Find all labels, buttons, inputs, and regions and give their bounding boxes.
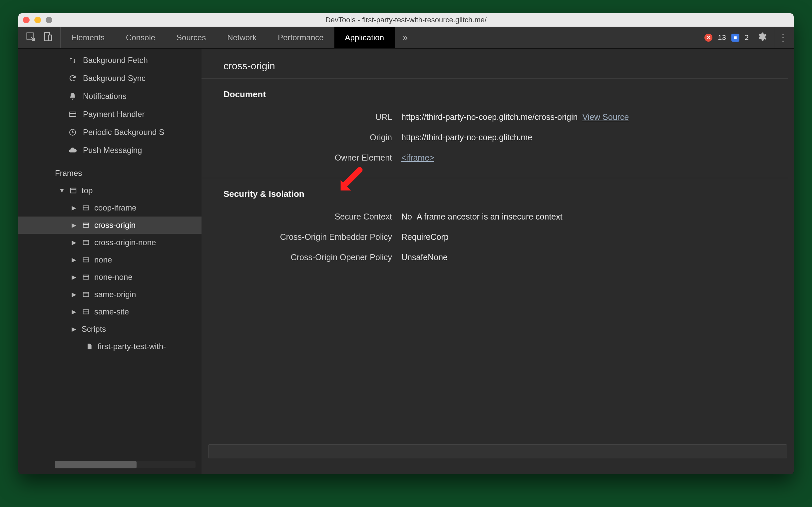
row-secure-context: Secure Context No A frame ancestor is an… [201,207,794,227]
owner-element-link[interactable]: <iframe> [401,153,434,163]
pane-title: cross-origin [201,49,794,78]
caret-right-icon[interactable]: ▶ [72,291,77,298]
tree-row-label: Scripts [81,325,106,334]
sidebar-item-periodic-background-sync[interactable]: Periodic Background S [18,123,201,141]
section-document: Document URL https://third-party-no-coep… [201,78,794,178]
inspect-element-icon[interactable] [25,32,36,44]
sidebar-item-label: Periodic Background S [83,127,164,137]
sidebar-item-push-messaging[interactable]: Push Messaging [18,141,201,159]
sidebar-item-notifications[interactable]: Notifications [18,87,201,105]
cloud-icon [68,146,77,155]
tree-row-label: cross-origin-none [94,238,156,247]
frame-icon [81,256,90,264]
label: Cross-Origin Embedder Policy [201,232,401,242]
svg-rect-6 [71,188,76,193]
row-url: URL https://third-party-no-coep.glitch.m… [201,107,794,127]
tab-network[interactable]: Network [217,26,267,48]
section-heading: Document [201,87,794,107]
caret-right-icon[interactable]: ▶ [72,204,77,212]
svg-rect-20 [83,310,89,314]
section-heading: Security & Isolation [201,186,794,207]
bell-icon [68,92,77,100]
sidebar-horizontal-scrollbar[interactable] [55,461,195,468]
error-icon[interactable]: ✕ [704,34,712,42]
caret-right-icon[interactable]: ▶ [72,222,77,229]
section-security-isolation: Security & Isolation Secure Context No A… [201,178,794,278]
caret-right-icon[interactable]: ▶ [72,256,77,264]
frame-icon [81,274,90,281]
row-origin: Origin https://third-party-no-coep.glitc… [201,127,794,148]
label: Origin [201,132,401,142]
tree-row-scripts[interactable]: ▶ Scripts [18,321,201,338]
frames-tree: ▼ top ▶ coop-iframe ▶ cross-origin [18,180,201,355]
error-count[interactable]: 13 [718,33,726,42]
toolbar: Elements Console Sources Network Perform… [18,26,794,49]
tree-row-none-none[interactable]: ▶ none-none [18,269,201,286]
sidebar-item-background-sync[interactable]: Background Sync [18,69,201,87]
application-sidebar: Background Fetch Background Sync Notific… [18,49,201,474]
maximize-window-button[interactable] [46,17,52,23]
close-window-button[interactable] [23,17,30,23]
sidebar-item-label: Payment Handler [83,110,144,119]
device-toolbar-icon[interactable] [43,32,53,44]
url-value: https://third-party-no-coep.glitch.me/cr… [401,112,578,122]
label: URL [201,112,401,122]
coep-value: RequireCorp [401,232,449,242]
tree-row-label: cross-origin [94,221,135,230]
tree-row-top[interactable]: ▼ top [18,182,201,199]
issues-count[interactable]: 2 [745,33,749,42]
tab-application[interactable]: Application [334,26,395,48]
settings-icon[interactable] [754,32,769,44]
tab-elements[interactable]: Elements [61,26,115,48]
svg-rect-18 [83,292,89,297]
tree-row-none[interactable]: ▶ none [18,251,201,269]
tree-row-cross-origin-none[interactable]: ▶ cross-origin-none [18,234,201,251]
filter-input[interactable] [208,444,787,458]
tab-console[interactable]: Console [115,26,166,48]
tree-row-same-site[interactable]: ▶ same-site [18,303,201,321]
caret-right-icon[interactable]: ▶ [72,239,77,246]
more-options-icon[interactable]: ⋮ [775,26,788,48]
toolbar-right: ✕ 13 ≡ 2 ⋮ [698,26,794,48]
tree-row-label: same-site [94,307,129,317]
tree-row-label: same-origin [94,290,136,299]
sidebar-item-background-fetch[interactable]: Background Fetch [18,51,201,69]
tree-row-cross-origin[interactable]: ▶ cross-origin [18,217,201,234]
tree-row-same-origin[interactable]: ▶ same-origin [18,286,201,303]
svg-rect-16 [83,275,89,279]
sidebar-item-label: Background Sync [83,74,146,83]
tree-row-script-file[interactable]: first-party-test-with- [18,338,201,355]
origin-value: https://third-party-no-coep.glitch.me [401,132,532,142]
panel-body: Background Fetch Background Sync Notific… [18,49,794,474]
minimize-window-button[interactable] [34,17,41,23]
row-coep: Cross-Origin Embedder Policy RequireCorp [201,227,794,247]
caret-right-icon[interactable]: ▶ [72,308,77,316]
caret-right-icon[interactable]: ▶ [72,326,77,333]
row-owner-element: Owner Element <iframe> [201,148,794,168]
more-tabs-button[interactable]: » [395,26,416,48]
panel-tabs: Elements Console Sources Network Perform… [61,26,395,48]
frame-details-pane: cross-origin Document URL https://third-… [201,49,794,474]
tree-row-label: coop-iframe [94,203,136,213]
frame-icon [81,291,90,298]
frame-icon [81,239,90,246]
tab-performance[interactable]: Performance [267,26,334,48]
view-source-link[interactable]: View Source [582,112,629,122]
issues-icon[interactable]: ≡ [732,34,739,42]
row-coop: Cross-Origin Opener Policy UnsafeNone [201,247,794,268]
window-title: DevTools - first-party-test-with-resourc… [18,16,794,24]
tab-sources[interactable]: Sources [166,26,217,48]
label: Owner Element [201,153,401,163]
caret-right-icon[interactable]: ▶ [72,274,77,281]
caret-down-icon[interactable]: ▼ [59,187,65,194]
svg-rect-10 [83,223,89,228]
tree-row-coop-iframe[interactable]: ▶ coop-iframe [18,199,201,217]
sync-icon [68,74,77,82]
tree-row-label: first-party-test-with- [98,342,166,351]
frame-icon [81,204,90,212]
label: Secure Context [201,212,401,222]
sidebar-item-payment-handler[interactable]: Payment Handler [18,105,201,123]
devtools-window: DevTools - first-party-test-with-resourc… [18,13,794,474]
svg-rect-3 [69,112,76,117]
sidebar-item-label: Background Fetch [83,56,148,65]
